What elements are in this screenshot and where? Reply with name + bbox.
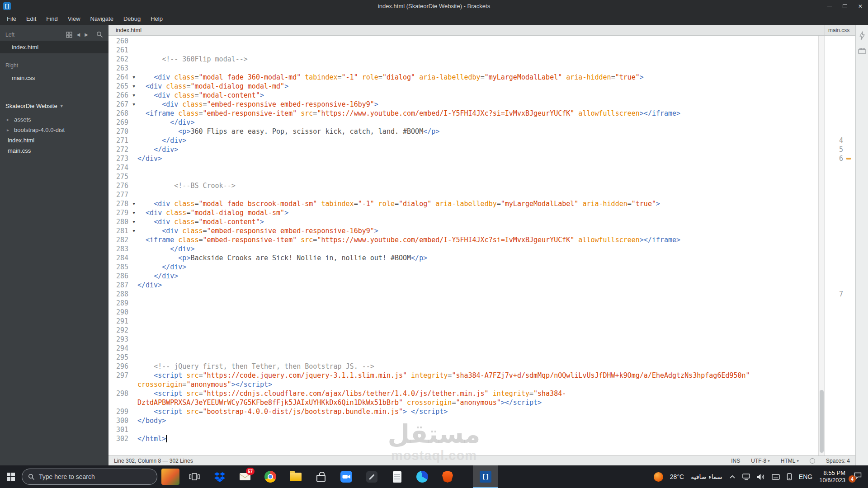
code-line[interactable]: 278▼ <div class="modal fade bscrook-moda… — [108, 199, 818, 208]
tree-item-assets[interactable]: ▸assets — [0, 114, 108, 125]
line-number[interactable]: 263 — [108, 64, 137, 73]
touch-keyboard-icon[interactable] — [772, 474, 780, 480]
code-line[interactable]: 284 <p>Backside Crooks are Sick! Nollie … — [108, 253, 818, 263]
line-number[interactable]: 272 — [108, 145, 137, 154]
minimize-button[interactable] — [822, 0, 837, 12]
maximize-button[interactable] — [837, 0, 853, 12]
line-number[interactable]: 265▼ — [108, 82, 137, 91]
line-number[interactable]: 271 — [108, 136, 137, 145]
code-line[interactable]: 298 <script src="https://cdnjs.cloudflar… — [108, 389, 818, 407]
working-file-main.css[interactable]: main.css — [0, 71, 108, 84]
tree-item-index.html[interactable]: index.html — [0, 135, 108, 145]
code-line[interactable]: 263 — [108, 64, 818, 73]
taskbar-app-dropbox[interactable] — [207, 465, 232, 488]
volume-icon[interactable] — [757, 474, 765, 480]
left-pane-title[interactable]: index.html — [108, 25, 825, 35]
code-line[interactable]: 294 — [108, 344, 818, 353]
taskbar-app-file-explorer[interactable] — [283, 465, 308, 488]
code-line[interactable]: 300</body> — [108, 416, 818, 425]
code-editor-right-pane[interactable]: 4567 — [825, 36, 855, 455]
line-number[interactable]: 290 — [108, 308, 137, 317]
taskbar-app-brackets-active[interactable]: [] — [473, 465, 498, 488]
fold-arrow-icon[interactable]: ▼ — [133, 102, 135, 107]
fold-arrow-icon[interactable]: ▼ — [133, 75, 135, 80]
fold-arrow-icon[interactable]: ▼ — [133, 93, 135, 98]
line-number[interactable]: 270 — [108, 127, 137, 136]
line-number[interactable]: 269 — [108, 118, 137, 127]
code-line[interactable]: 276 <!--BS Crook--> — [108, 181, 818, 190]
code-line[interactable]: 269 </div> — [108, 118, 818, 127]
phone-icon[interactable] — [787, 473, 792, 480]
code-line[interactable]: 265▼ <div class="modal-dialog modal-md"> — [108, 82, 818, 91]
clock[interactable]: 8:55 PM 10/6/2023 — [819, 469, 845, 484]
code-line[interactable]: 301 — [108, 425, 818, 434]
line-number[interactable]: 288 — [108, 290, 137, 299]
project-dropdown[interactable]: SkateorDie Website ▾ — [0, 99, 108, 113]
live-preview-icon[interactable] — [859, 31, 866, 40]
taskbar-app-document[interactable] — [384, 465, 410, 488]
line-number[interactable]: 287 — [108, 281, 137, 290]
working-file-index.html[interactable]: index.html — [0, 41, 108, 53]
code-line[interactable]: 292 — [108, 326, 818, 335]
taskbar-app-store[interactable] — [308, 465, 334, 488]
code-line[interactable]: 281▼ <div class="embed-responsive embed-… — [108, 226, 818, 235]
menu-item-find[interactable]: Find — [41, 13, 62, 24]
menu-item-navigate[interactable]: Navigate — [85, 13, 118, 24]
fold-arrow-icon[interactable]: ▼ — [133, 220, 135, 224]
line-number[interactable]: 295 — [108, 353, 137, 362]
fold-arrow-icon[interactable]: ▼ — [133, 229, 135, 233]
back-arrow-icon[interactable]: ◀ — [77, 32, 80, 37]
code-line[interactable]: 268 <iframe class="embed-responsive-item… — [108, 109, 818, 118]
line-number[interactable]: 278▼ — [108, 199, 137, 208]
network-icon[interactable] — [742, 474, 750, 480]
line-number[interactable]: 279▼ — [108, 208, 137, 217]
code-line[interactable]: 279▼ <div class="modal-dialog modal-sm"> — [108, 208, 818, 217]
menu-item-file[interactable]: File — [2, 13, 21, 24]
line-number[interactable]: 301 — [108, 425, 137, 434]
code-line[interactable]: 285 </div> — [108, 263, 818, 272]
taskbar-app-edge[interactable] — [410, 465, 435, 488]
line-number[interactable]: 262 — [108, 55, 137, 64]
input-language-indicator[interactable]: ENG — [799, 473, 812, 480]
code-editor-left-pane[interactable]: 260 261 262 <!-- 360Flip modal-->263 264… — [108, 36, 825, 455]
notification-center-button[interactable]: 4 — [854, 472, 862, 481]
search-icon[interactable] — [96, 31, 103, 38]
line-number[interactable]: 277 — [108, 190, 137, 199]
line-number[interactable]: 276 — [108, 181, 137, 190]
news-widget-button[interactable] — [159, 465, 182, 488]
lint-status-icon[interactable] — [810, 458, 815, 464]
tree-item-bootstrap-4.0.0-dist[interactable]: ▸bootstrap-4.0.0-dist — [0, 125, 108, 135]
line-number[interactable]: 281▼ — [108, 226, 137, 235]
line-number[interactable]: 274 — [108, 163, 137, 172]
fold-arrow-icon[interactable]: ▼ — [133, 202, 135, 206]
menu-item-debug[interactable]: Debug — [118, 13, 146, 24]
code-line[interactable]: 267▼ <div class="embed-responsive embed-… — [108, 100, 818, 109]
code-line[interactable]: 295 — [108, 353, 818, 362]
taskbar-app-pen-tool[interactable] — [359, 465, 384, 488]
line-number[interactable]: 282 — [108, 235, 137, 244]
line-number[interactable]: 294 — [108, 344, 137, 353]
hidden-icons-chevron[interactable] — [729, 474, 736, 479]
line-number[interactable]: 292 — [108, 326, 137, 335]
line-number[interactable]: 260 — [108, 37, 137, 46]
code-line[interactable]: 272 </div> — [108, 145, 818, 154]
close-button[interactable]: ✕ — [853, 0, 868, 12]
indent-setting[interactable]: Spaces: 4 — [826, 458, 850, 464]
code-line[interactable]: 289 — [108, 299, 818, 308]
code-line[interactable]: 273</div> — [108, 154, 818, 163]
line-number[interactable]: 297 — [108, 371, 137, 389]
line-number[interactable]: 289 — [108, 299, 137, 308]
code-line[interactable]: 290 — [108, 308, 818, 317]
code-line[interactable]: 299 <script src="bootstrap-4.0.0-dist/js… — [108, 407, 818, 416]
code-line[interactable]: 291 — [108, 317, 818, 326]
line-number[interactable]: 267▼ — [108, 100, 137, 109]
line-number[interactable]: 266▼ — [108, 91, 137, 100]
menu-item-view[interactable]: View — [63, 13, 85, 24]
task-view-button[interactable] — [182, 465, 207, 488]
encoding-select[interactable]: UTF-8 ▾ — [751, 458, 770, 464]
code-line[interactable]: 293 — [108, 335, 818, 344]
line-number[interactable]: 302 — [108, 434, 137, 443]
code-line[interactable]: 271 </div> — [108, 136, 818, 145]
taskbar-search[interactable]: Type here to search — [22, 469, 157, 485]
code-lines[interactable]: 260 261 262 <!-- 360Flip modal-->263 264… — [108, 36, 818, 455]
